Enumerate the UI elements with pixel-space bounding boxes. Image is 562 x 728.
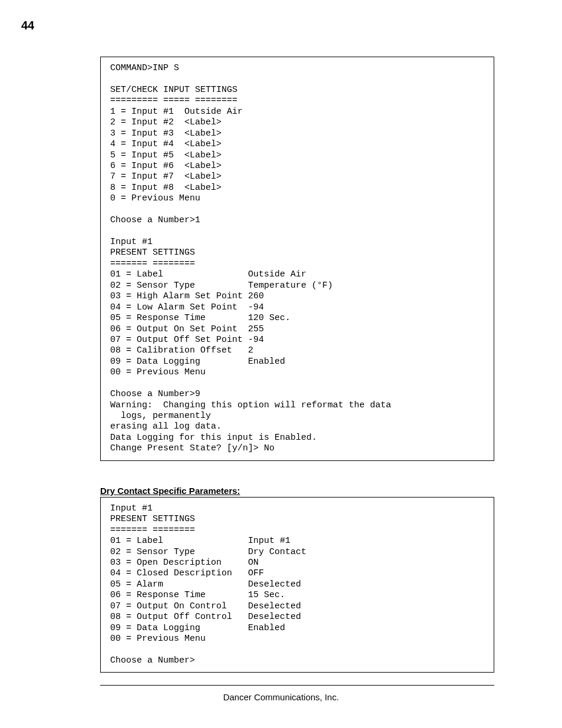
- setting-value: 120 Sec.: [248, 313, 290, 323]
- menu-item: 6 = Input #6 <Label>: [110, 161, 484, 172]
- setting-value: 15 Sec.: [248, 590, 285, 600]
- setting-row: 07 = Output On ControlDeselected: [110, 601, 484, 612]
- trailer-line: logs, permanently: [110, 411, 484, 421]
- trailer-line: Choose a Number>9: [110, 389, 484, 400]
- menu-item: 8 = Input #8 <Label>: [110, 183, 484, 193]
- setting-row: 01 = LabelInput #1: [110, 536, 484, 546]
- setting-value: Enabled: [248, 623, 285, 633]
- trailer-line: Warning: Changing this option will refor…: [110, 400, 484, 411]
- footer-text: Dancer Communications, Inc.: [0, 692, 562, 702]
- setting-key: 05 = Response Time: [110, 313, 248, 324]
- command-line: COMMAND>INP S: [110, 63, 484, 74]
- setting-key: 04 = Low Alarm Set Point: [110, 302, 248, 313]
- choose-prompt: Choose a Number>1: [110, 215, 484, 226]
- setting-value: Temperature (°F): [248, 281, 333, 291]
- setting-value: Dry Contact: [248, 547, 306, 557]
- setting-row: 08 = Calibration Offset2: [110, 345, 484, 356]
- setting-value: 255: [248, 324, 264, 334]
- trailer-line: Choose a Number>: [110, 655, 484, 666]
- setting-value: Deselected: [248, 601, 301, 611]
- input-header: Input #1: [110, 503, 484, 514]
- setting-key: 05 = Alarm: [110, 579, 248, 590]
- setting-row: 05 = AlarmDeselected: [110, 579, 484, 590]
- trailer-line: Data Logging for this input is Enabled.: [110, 433, 484, 443]
- setting-row: 07 = Output Off Set Point-94: [110, 335, 484, 345]
- setting-value: Outside Air: [248, 269, 306, 279]
- settings-title: PRESENT SETTINGS: [110, 514, 484, 525]
- setting-key: 08 = Output Off Control: [110, 612, 248, 622]
- setting-key: 04 = Closed Description: [110, 568, 248, 579]
- setting-key: 09 = Data Logging: [110, 357, 248, 367]
- setting-value: ON: [248, 558, 259, 568]
- dry-contact-heading: Dry Contact Specific Parameters:: [100, 486, 494, 496]
- setting-value: Enabled: [248, 357, 285, 367]
- setting-key: 08 = Calibration Offset: [110, 345, 248, 356]
- setting-row: 01 = LabelOutside Air: [110, 269, 484, 280]
- setting-row: 02 = Sensor TypeTemperature (°F): [110, 281, 484, 291]
- setting-key: 00 = Previous Menu: [110, 367, 248, 378]
- setting-key: 09 = Data Logging: [110, 623, 248, 634]
- setting-value: -94: [248, 335, 264, 345]
- setting-row: 09 = Data LoggingEnabled: [110, 357, 484, 367]
- setting-row: 09 = Data LoggingEnabled: [110, 623, 484, 634]
- setting-row: 06 = Response Time15 Sec.: [110, 590, 484, 601]
- setting-row: 06 = Output On Set Point255: [110, 324, 484, 335]
- footer-rule: [100, 685, 494, 686]
- trailer-line: erasing all log data.: [110, 421, 484, 432]
- setting-key: 00 = Previous Menu: [110, 634, 248, 644]
- setting-key: 01 = Label: [110, 536, 248, 546]
- settings-sep: ======= ========: [110, 259, 484, 269]
- setting-key: 02 = Sensor Type: [110, 281, 248, 291]
- setting-key: 06 = Output On Set Point: [110, 324, 248, 335]
- settings-title: PRESENT SETTINGS: [110, 248, 484, 258]
- setting-key: 02 = Sensor Type: [110, 547, 248, 558]
- input-header: Input #1: [110, 237, 484, 248]
- menu-item: 7 = Input #7 <Label>: [110, 172, 484, 182]
- menu-item: 3 = Input #3 <Label>: [110, 129, 484, 139]
- page-content: COMMAND>INP S SET/CHECK INPUT SETTINGS==…: [0, 24, 562, 673]
- setting-value: 260: [248, 291, 264, 301]
- setting-key: 06 = Response Time: [110, 590, 248, 601]
- setting-key: 03 = High Alarm Set Point: [110, 291, 248, 302]
- setting-key: 01 = Label: [110, 269, 248, 280]
- setting-row: 00 = Previous Menu: [110, 367, 484, 378]
- setting-value: OFF: [248, 568, 264, 578]
- menu-item: 4 = Input #4 <Label>: [110, 139, 484, 150]
- menu-sep: ========= ===== ========: [110, 95, 484, 106]
- setting-value: -94: [248, 302, 264, 312]
- menu-title: SET/CHECK INPUT SETTINGS: [110, 85, 484, 95]
- page-number: 44: [21, 19, 34, 32]
- setting-value: Deselected: [248, 612, 301, 622]
- menu-item: 1 = Input #1 Outside Air: [110, 107, 484, 117]
- trailer-line: Change Present State? [y/n]> No: [110, 443, 484, 454]
- setting-key: 07 = Output On Control: [110, 601, 248, 612]
- setting-value: 2: [248, 345, 253, 355]
- menu-item: 0 = Previous Menu: [110, 193, 484, 204]
- setting-value: Deselected: [248, 579, 301, 589]
- setting-key: 03 = Open Description: [110, 558, 248, 568]
- menu-item: 5 = Input #5 <Label>: [110, 150, 484, 161]
- setting-row: 05 = Response Time120 Sec.: [110, 313, 484, 324]
- settings-sep: ======= ========: [110, 525, 484, 536]
- terminal-box-dry-contact: Input #1PRESENT SETTINGS======= ========…: [100, 497, 494, 673]
- setting-row: 08 = Output Off ControlDeselected: [110, 612, 484, 622]
- setting-key: 07 = Output Off Set Point: [110, 335, 248, 345]
- setting-value: Input #1: [248, 536, 290, 546]
- menu-item: 2 = Input #2 <Label>: [110, 117, 484, 128]
- setting-row: 02 = Sensor TypeDry Contact: [110, 547, 484, 558]
- terminal-box-settings: COMMAND>INP S SET/CHECK INPUT SETTINGS==…: [100, 57, 494, 461]
- setting-row: 00 = Previous Menu: [110, 634, 484, 644]
- setting-row: 03 = Open DescriptionON: [110, 558, 484, 568]
- setting-row: 03 = High Alarm Set Point260: [110, 291, 484, 302]
- setting-row: 04 = Closed DescriptionOFF: [110, 568, 484, 579]
- setting-row: 04 = Low Alarm Set Point-94: [110, 302, 484, 313]
